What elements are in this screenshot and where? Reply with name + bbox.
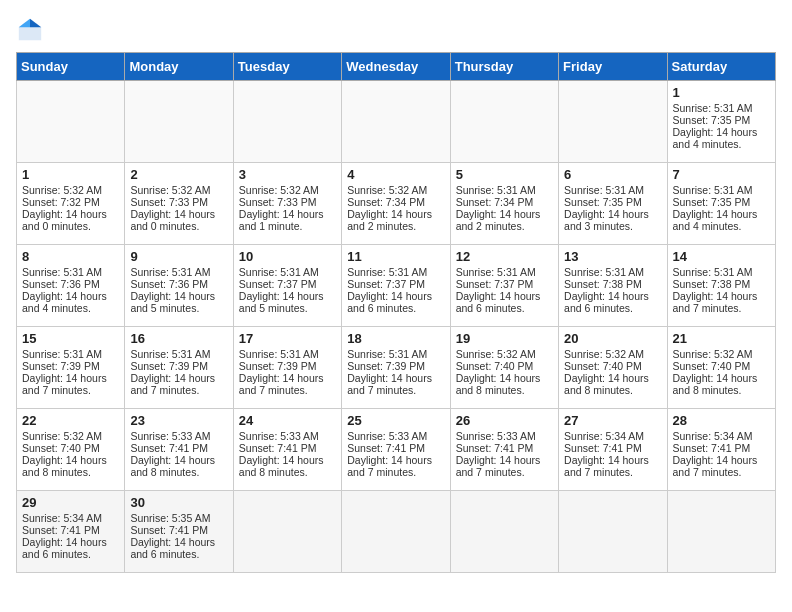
- calendar-table: SundayMondayTuesdayWednesdayThursdayFrid…: [16, 52, 776, 573]
- day-number: 14: [673, 249, 770, 264]
- sunrise-text: Sunrise: 5:31 AM: [673, 184, 770, 196]
- sunrise-text: Sunrise: 5:32 AM: [239, 184, 336, 196]
- sunset-text: Sunset: 7:39 PM: [130, 360, 227, 372]
- calendar-cell: [450, 81, 558, 163]
- sunset-text: Sunset: 7:33 PM: [130, 196, 227, 208]
- day-number: 20: [564, 331, 661, 346]
- calendar-cell: 13Sunrise: 5:31 AMSunset: 7:38 PMDayligh…: [559, 245, 667, 327]
- col-header-friday: Friday: [559, 53, 667, 81]
- day-number: 28: [673, 413, 770, 428]
- calendar-week-row: 15Sunrise: 5:31 AMSunset: 7:39 PMDayligh…: [17, 327, 776, 409]
- sunrise-text: Sunrise: 5:31 AM: [22, 348, 119, 360]
- calendar-cell: [450, 491, 558, 573]
- sunset-text: Sunset: 7:39 PM: [347, 360, 444, 372]
- daylight-text: Daylight: 14 hours and 7 minutes.: [347, 454, 444, 478]
- sunset-text: Sunset: 7:41 PM: [130, 442, 227, 454]
- calendar-cell: [559, 81, 667, 163]
- daylight-text: Daylight: 14 hours and 7 minutes.: [673, 454, 770, 478]
- calendar-cell: [342, 491, 450, 573]
- daylight-text: Daylight: 14 hours and 7 minutes.: [130, 372, 227, 396]
- col-header-wednesday: Wednesday: [342, 53, 450, 81]
- calendar-cell: 3Sunrise: 5:32 AMSunset: 7:33 PMDaylight…: [233, 163, 341, 245]
- sunrise-text: Sunrise: 5:32 AM: [22, 184, 119, 196]
- sunset-text: Sunset: 7:38 PM: [564, 278, 661, 290]
- calendar-cell: 26Sunrise: 5:33 AMSunset: 7:41 PMDayligh…: [450, 409, 558, 491]
- sunrise-text: Sunrise: 5:34 AM: [673, 430, 770, 442]
- sunrise-text: Sunrise: 5:31 AM: [239, 266, 336, 278]
- daylight-text: Daylight: 14 hours and 2 minutes.: [456, 208, 553, 232]
- calendar-cell: 4Sunrise: 5:32 AMSunset: 7:34 PMDaylight…: [342, 163, 450, 245]
- sunset-text: Sunset: 7:35 PM: [673, 196, 770, 208]
- daylight-text: Daylight: 14 hours and 8 minutes.: [239, 454, 336, 478]
- day-number: 22: [22, 413, 119, 428]
- sunset-text: Sunset: 7:33 PM: [239, 196, 336, 208]
- sunrise-text: Sunrise: 5:31 AM: [347, 266, 444, 278]
- calendar-cell: 7Sunrise: 5:31 AMSunset: 7:35 PMDaylight…: [667, 163, 775, 245]
- calendar-cell: 18Sunrise: 5:31 AMSunset: 7:39 PMDayligh…: [342, 327, 450, 409]
- day-number: 18: [347, 331, 444, 346]
- calendar-cell: 17Sunrise: 5:31 AMSunset: 7:39 PMDayligh…: [233, 327, 341, 409]
- calendar-week-row: 1Sunrise: 5:32 AMSunset: 7:32 PMDaylight…: [17, 163, 776, 245]
- sunrise-text: Sunrise: 5:31 AM: [130, 266, 227, 278]
- calendar-cell: 1Sunrise: 5:32 AMSunset: 7:32 PMDaylight…: [17, 163, 125, 245]
- sunrise-text: Sunrise: 5:33 AM: [347, 430, 444, 442]
- calendar-cell: [233, 491, 341, 573]
- daylight-text: Daylight: 14 hours and 0 minutes.: [130, 208, 227, 232]
- sunset-text: Sunset: 7:41 PM: [130, 524, 227, 536]
- calendar-cell: 8Sunrise: 5:31 AMSunset: 7:36 PMDaylight…: [17, 245, 125, 327]
- day-number: 2: [130, 167, 227, 182]
- sunset-text: Sunset: 7:40 PM: [456, 360, 553, 372]
- sunset-text: Sunset: 7:41 PM: [239, 442, 336, 454]
- calendar-cell: [233, 81, 341, 163]
- sunset-text: Sunset: 7:40 PM: [22, 442, 119, 454]
- sunset-text: Sunset: 7:40 PM: [564, 360, 661, 372]
- sunrise-text: Sunrise: 5:32 AM: [22, 430, 119, 442]
- calendar-cell: 11Sunrise: 5:31 AMSunset: 7:37 PMDayligh…: [342, 245, 450, 327]
- calendar-cell: [667, 491, 775, 573]
- daylight-text: Daylight: 14 hours and 6 minutes.: [456, 290, 553, 314]
- daylight-text: Daylight: 14 hours and 8 minutes.: [673, 372, 770, 396]
- sunrise-text: Sunrise: 5:32 AM: [456, 348, 553, 360]
- calendar-week-row: 29Sunrise: 5:34 AMSunset: 7:41 PMDayligh…: [17, 491, 776, 573]
- sunrise-text: Sunrise: 5:31 AM: [130, 348, 227, 360]
- sunrise-text: Sunrise: 5:31 AM: [347, 348, 444, 360]
- calendar-cell: 16Sunrise: 5:31 AMSunset: 7:39 PMDayligh…: [125, 327, 233, 409]
- calendar-cell: 2Sunrise: 5:32 AMSunset: 7:33 PMDaylight…: [125, 163, 233, 245]
- sunrise-text: Sunrise: 5:31 AM: [673, 102, 770, 114]
- daylight-text: Daylight: 14 hours and 8 minutes.: [564, 372, 661, 396]
- sunrise-text: Sunrise: 5:32 AM: [130, 184, 227, 196]
- sunset-text: Sunset: 7:39 PM: [239, 360, 336, 372]
- daylight-text: Daylight: 14 hours and 5 minutes.: [130, 290, 227, 314]
- calendar-cell: 19Sunrise: 5:32 AMSunset: 7:40 PMDayligh…: [450, 327, 558, 409]
- daylight-text: Daylight: 14 hours and 6 minutes.: [347, 290, 444, 314]
- sunset-text: Sunset: 7:41 PM: [347, 442, 444, 454]
- calendar-cell: 24Sunrise: 5:33 AMSunset: 7:41 PMDayligh…: [233, 409, 341, 491]
- calendar-cell: [559, 491, 667, 573]
- calendar-cell: 23Sunrise: 5:33 AMSunset: 7:41 PMDayligh…: [125, 409, 233, 491]
- day-number: 13: [564, 249, 661, 264]
- sunrise-text: Sunrise: 5:32 AM: [347, 184, 444, 196]
- day-number: 7: [673, 167, 770, 182]
- sunset-text: Sunset: 7:36 PM: [130, 278, 227, 290]
- col-header-sunday: Sunday: [17, 53, 125, 81]
- calendar-cell: 21Sunrise: 5:32 AMSunset: 7:40 PMDayligh…: [667, 327, 775, 409]
- sunrise-text: Sunrise: 5:32 AM: [564, 348, 661, 360]
- daylight-text: Daylight: 14 hours and 8 minutes.: [22, 454, 119, 478]
- sunset-text: Sunset: 7:37 PM: [239, 278, 336, 290]
- daylight-text: Daylight: 14 hours and 4 minutes.: [673, 208, 770, 232]
- daylight-text: Daylight: 14 hours and 8 minutes.: [130, 454, 227, 478]
- day-number: 8: [22, 249, 119, 264]
- day-number: 16: [130, 331, 227, 346]
- sunrise-text: Sunrise: 5:31 AM: [673, 266, 770, 278]
- col-header-thursday: Thursday: [450, 53, 558, 81]
- daylight-text: Daylight: 14 hours and 8 minutes.: [456, 372, 553, 396]
- day-number: 30: [130, 495, 227, 510]
- sunrise-text: Sunrise: 5:32 AM: [673, 348, 770, 360]
- daylight-text: Daylight: 14 hours and 6 minutes.: [564, 290, 661, 314]
- calendar-cell: 14Sunrise: 5:31 AMSunset: 7:38 PMDayligh…: [667, 245, 775, 327]
- col-header-monday: Monday: [125, 53, 233, 81]
- sunrise-text: Sunrise: 5:34 AM: [564, 430, 661, 442]
- calendar-week-row: 1Sunrise: 5:31 AMSunset: 7:35 PMDaylight…: [17, 81, 776, 163]
- sunrise-text: Sunrise: 5:31 AM: [456, 266, 553, 278]
- sunset-text: Sunset: 7:34 PM: [347, 196, 444, 208]
